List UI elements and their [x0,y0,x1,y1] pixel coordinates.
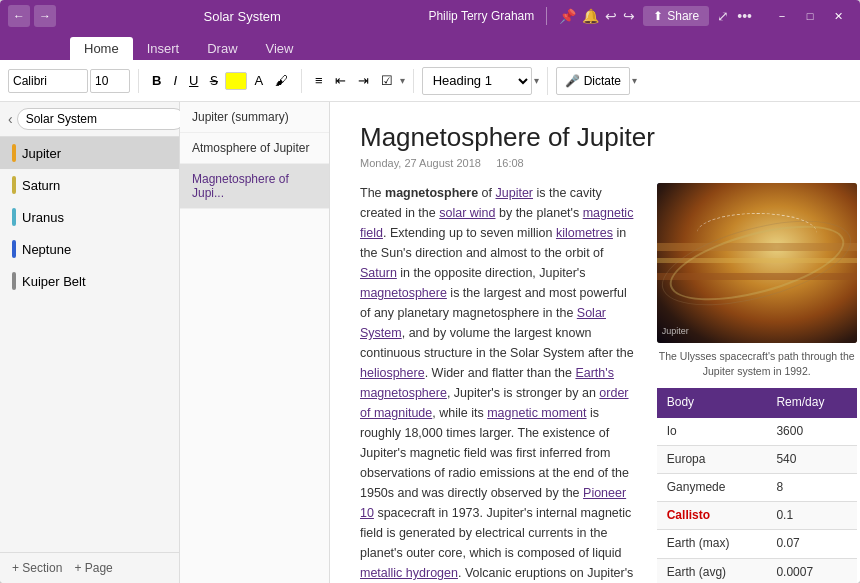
maximize-button[interactable]: □ [796,0,824,32]
page-item-atmosphere[interactable]: Atmosphere of Jupiter [180,133,329,164]
highlight-button[interactable] [225,72,247,90]
content-body: The magnetosphere of Jupiter is the cavi… [360,183,830,583]
style-dropdown-arrow[interactable]: ▾ [534,75,539,86]
dictate-button[interactable]: 🎤 Dictate [556,67,630,95]
title-bar: ← → Solar System Philip Terry Graham 📌 🔔… [0,0,860,32]
close-button[interactable]: ✕ [824,0,852,32]
sidebar-item-kuiper[interactable]: Kuiper Belt [0,265,179,297]
app-window: ← → Solar System Philip Terry Graham 📌 🔔… [0,0,860,583]
heliosphere-link[interactable]: heliosphere [360,366,425,380]
undo-icon[interactable]: ↩ [605,8,617,24]
spacecraft-path [697,213,817,253]
checkbox-button[interactable]: ☑ [376,69,398,93]
table-cell-body: Earth (avg) [657,558,767,583]
jupiter-image: Jupiter [657,183,857,343]
table-row: Io 3600 [657,418,857,446]
italic-button[interactable]: I [168,69,182,93]
font-color-button[interactable]: A [249,69,268,93]
table-header-rem: Rem/day [766,388,856,417]
paragraph-1: The magnetosphere of Jupiter is the cavi… [360,183,641,583]
expand-icon[interactable]: ⤢ [717,8,729,24]
dictate-dropdown[interactable]: ▾ [632,75,637,86]
page-item-summary[interactable]: Jupiter (summary) [180,102,329,133]
redo-icon[interactable]: ↪ [623,8,635,24]
table-row: Earth (avg) 0.0007 [657,558,857,583]
page-item-magnetosphere[interactable]: Magnetosphere of Jupi... [180,164,329,209]
bullet-list-button[interactable]: ≡ [310,69,328,93]
pin-icon[interactable]: 📌 [559,8,576,24]
table-cell-value: 540 [766,445,856,473]
table-header-body: Body [657,388,767,417]
page-date: Monday, 27 August 2018 16:08 [360,157,830,169]
sidebar-item-saturn[interactable]: Saturn [0,169,179,201]
content-area: Magnetosphere of Jupiter Monday, 27 Augu… [330,102,860,583]
sidebar-footer: + Section + Page [0,552,179,583]
share-icon: ⬆ [653,9,663,23]
title-icons: 📌 🔔 ↩ ↪ [559,8,635,24]
neptune-color-indicator [12,240,16,258]
minimize-button[interactable]: − [768,0,796,32]
tab-view[interactable]: View [252,37,308,60]
solar-system-link[interactable]: Solar System [360,306,606,340]
tab-draw[interactable]: Draw [193,37,251,60]
sidebar-item-jupiter[interactable]: Jupiter [0,137,179,169]
format-group: B I U S̶ A 🖌 [147,69,302,93]
share-button[interactable]: ⬆ Share [643,6,709,26]
magnetic-moment-link[interactable]: magnetic moment [487,406,586,420]
window-controls: − □ ✕ [768,0,852,32]
content-columns: The magnetosphere of Jupiter is the cavi… [360,183,830,583]
image-caption: The Ulysses spacecraft's path through th… [657,349,857,378]
sidebar-collapse-button[interactable]: ‹ [8,111,13,127]
font-size-input[interactable] [90,69,130,93]
bold-button[interactable]: B [147,69,166,93]
table-cell-value: 0.07 [766,530,856,558]
saturn-link[interactable]: Saturn [360,266,397,280]
table-row: Ganymede 8 [657,473,857,501]
table-cell-body: Europa [657,445,767,473]
table-cell-body: Io [657,418,767,446]
indent-more-button[interactable]: ⇥ [353,69,374,93]
add-page-button[interactable]: + Page [74,561,112,575]
solar-wind-link[interactable]: solar wind [439,206,495,220]
sidebar-header: ‹ 🔍 [0,102,179,137]
format-painter-button[interactable]: 🖌 [270,69,293,93]
strikethrough-button[interactable]: S̶ [205,69,223,93]
metallic-hydrogen-link[interactable]: metallic hydrogen [360,566,458,580]
pioneer-link[interactable]: Pioneer 10 [360,486,626,520]
more-icon[interactable]: ••• [737,8,752,24]
main-layout: ‹ 🔍 Jupiter Saturn Uranus [0,102,860,583]
heading-style-select[interactable]: Heading 1 [422,67,532,95]
radiation-table: Body Rem/day Io 3600 Europa [657,388,857,583]
bell-icon[interactable]: 🔔 [582,8,599,24]
window-title: Solar System [56,9,428,24]
magnetosphere-link[interactable]: magnetosphere [360,286,447,300]
add-section-button[interactable]: + Section [12,561,62,575]
nav-buttons: ← → [8,5,56,27]
font-group [8,69,139,93]
tab-insert[interactable]: Insert [133,37,194,60]
indent-less-button[interactable]: ⇤ [330,69,351,93]
title-right-area: Philip Terry Graham 📌 🔔 ↩ ↪ ⬆ Share ⤢ ••… [428,0,852,32]
ribbon-tabs: Home Insert Draw View [0,32,860,60]
sidebar-item-neptune[interactable]: Neptune [0,233,179,265]
underline-button[interactable]: U [184,69,203,93]
back-button[interactable]: ← [8,5,30,27]
list-dropdown[interactable]: ▾ [400,75,405,86]
table-cell-body: Ganymede [657,473,767,501]
font-family-select[interactable] [8,69,88,93]
mic-icon: 🎤 [565,74,580,88]
table-row: Europa 540 [657,445,857,473]
tab-home[interactable]: Home [70,37,133,60]
uranus-color-indicator [12,208,16,226]
sidebar-item-uranus[interactable]: Uranus [0,201,179,233]
jupiter-link[interactable]: Jupiter [495,186,533,200]
sidebar-search-input[interactable] [17,108,185,130]
table-cell-callisto: Callisto [657,502,767,530]
kilometres-link[interactable]: kilometres [556,226,613,240]
jupiter-color-indicator [12,144,16,162]
saturn-color-indicator [12,176,16,194]
forward-button[interactable]: → [34,5,56,27]
table-cell-body: Earth (max) [657,530,767,558]
list-group: ≡ ⇤ ⇥ ☑ ▾ [310,69,414,93]
kuiper-color-indicator [12,272,16,290]
